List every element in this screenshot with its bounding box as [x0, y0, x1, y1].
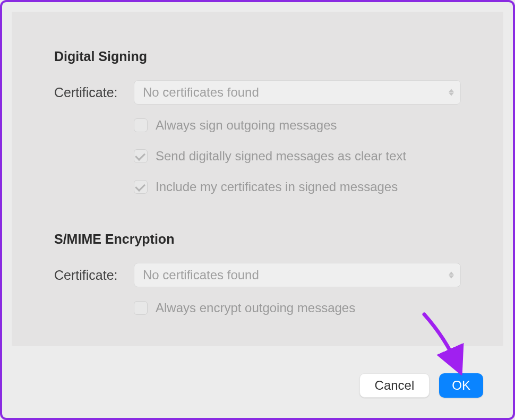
always-encrypt-label: Always encrypt outgoing messages [156, 301, 355, 315]
always-encrypt-row: Always encrypt outgoing messages [134, 301, 461, 315]
signing-certificate-select[interactable]: No certificates found [134, 80, 461, 105]
always-sign-checkbox[interactable] [134, 118, 148, 132]
stepper-icon [449, 89, 454, 96]
cancel-button[interactable]: Cancel [359, 373, 430, 398]
include-certs-checkbox[interactable] [134, 180, 148, 194]
signing-certificate-row: Certificate: No certificates found [54, 80, 461, 105]
always-sign-label: Always sign outgoing messages [156, 118, 337, 133]
always-sign-row: Always sign outgoing messages [134, 118, 461, 133]
signing-certificate-label: Certificate: [54, 85, 134, 100]
stepper-icon [449, 272, 454, 279]
encryption-options-group: Always encrypt outgoing messages [134, 301, 461, 315]
clear-text-checkbox[interactable] [134, 149, 148, 163]
clear-text-row: Send digitally signed messages as clear … [134, 149, 461, 164]
include-certs-label: Include my certificates in signed messag… [156, 179, 398, 194]
signing-options-group: Always sign outgoing messages Send digit… [134, 118, 461, 194]
settings-panel: Digital Signing Certificate: No certific… [12, 12, 503, 346]
encryption-certificate-value: No certificates found [143, 268, 259, 282]
digital-signing-section: Digital Signing Certificate: No certific… [54, 49, 461, 194]
ok-button[interactable]: OK [439, 373, 483, 398]
smime-encryption-title: S/MIME Encryption [54, 232, 461, 247]
dialog-buttons: Cancel OK [359, 373, 483, 398]
encryption-certificate-row: Certificate: No certificates found [54, 263, 461, 287]
smime-encryption-section: S/MIME Encryption Certificate: No certif… [54, 232, 461, 315]
encryption-certificate-select[interactable]: No certificates found [134, 263, 461, 287]
digital-signing-title: Digital Signing [54, 49, 461, 64]
include-certs-row: Include my certificates in signed messag… [134, 179, 461, 194]
encryption-certificate-label: Certificate: [54, 268, 134, 283]
clear-text-label: Send digitally signed messages as clear … [156, 149, 406, 164]
signing-certificate-value: No certificates found [143, 85, 259, 100]
always-encrypt-checkbox[interactable] [134, 301, 148, 315]
